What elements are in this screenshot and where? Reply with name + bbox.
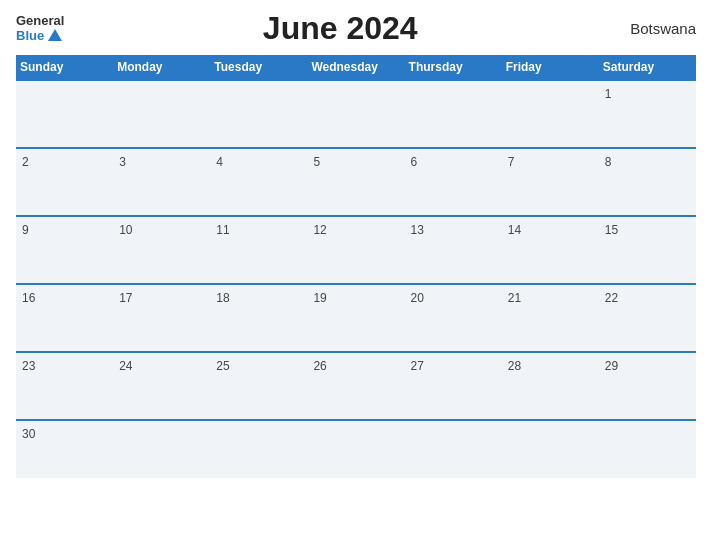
- calendar-cell-w0-d6: 1: [599, 80, 696, 148]
- calendar-cell-w1-d3: 5: [307, 148, 404, 216]
- day-number: 4: [216, 155, 301, 169]
- logo-blue-word: Blue: [16, 29, 44, 43]
- calendar-cell-w0-d3: [307, 80, 404, 148]
- country-label: Botswana: [616, 20, 696, 37]
- week-row-3: 16171819202122: [16, 284, 696, 352]
- calendar-cell-w0-d2: [210, 80, 307, 148]
- calendar-cell-w0-d0: [16, 80, 113, 148]
- calendar-cell-w2-d2: 11: [210, 216, 307, 284]
- weekday-header-monday: Monday: [113, 55, 210, 80]
- logo-blue-text: Blue: [16, 29, 62, 43]
- calendar-cell-w5-d4: [405, 420, 502, 478]
- weekday-header-thursday: Thursday: [405, 55, 502, 80]
- calendar-header: SundayMondayTuesdayWednesdayThursdayFrid…: [16, 55, 696, 80]
- day-number: 20: [411, 291, 496, 305]
- day-number: 11: [216, 223, 301, 237]
- calendar-cell-w4-d0: 23: [16, 352, 113, 420]
- day-number: 17: [119, 291, 204, 305]
- calendar-cell-w1-d5: 7: [502, 148, 599, 216]
- calendar-cell-w2-d4: 13: [405, 216, 502, 284]
- calendar-cell-w4-d4: 27: [405, 352, 502, 420]
- weekday-header-sunday: Sunday: [16, 55, 113, 80]
- day-number: 14: [508, 223, 593, 237]
- calendar-cell-w5-d0: 30: [16, 420, 113, 478]
- day-number: 7: [508, 155, 593, 169]
- week-row-4: 23242526272829: [16, 352, 696, 420]
- calendar-cell-w1-d4: 6: [405, 148, 502, 216]
- logo-general-text: General: [16, 14, 64, 28]
- day-number: 22: [605, 291, 690, 305]
- calendar-cell-w4-d1: 24: [113, 352, 210, 420]
- day-number: 21: [508, 291, 593, 305]
- week-row-0: 1: [16, 80, 696, 148]
- calendar-cell-w3-d4: 20: [405, 284, 502, 352]
- calendar-cell-w2-d0: 9: [16, 216, 113, 284]
- calendar-cell-w3-d5: 21: [502, 284, 599, 352]
- logo: General Blue: [16, 14, 64, 43]
- weekday-header-row: SundayMondayTuesdayWednesdayThursdayFrid…: [16, 55, 696, 80]
- day-number: 27: [411, 359, 496, 373]
- day-number: 23: [22, 359, 107, 373]
- calendar-body: 1234567891011121314151617181920212223242…: [16, 80, 696, 478]
- calendar-cell-w1-d2: 4: [210, 148, 307, 216]
- header: General Blue June 2024 Botswana: [16, 10, 696, 47]
- calendar-cell-w5-d3: [307, 420, 404, 478]
- calendar-cell-w3-d1: 17: [113, 284, 210, 352]
- calendar-cell-w5-d6: [599, 420, 696, 478]
- day-number: 19: [313, 291, 398, 305]
- calendar-cell-w5-d1: [113, 420, 210, 478]
- calendar-cell-w4-d6: 29: [599, 352, 696, 420]
- day-number: 9: [22, 223, 107, 237]
- day-number: 1: [605, 87, 690, 101]
- day-number: 8: [605, 155, 690, 169]
- calendar-cell-w0-d4: [405, 80, 502, 148]
- calendar-cell-w1-d1: 3: [113, 148, 210, 216]
- calendar-cell-w2-d6: 15: [599, 216, 696, 284]
- day-number: 13: [411, 223, 496, 237]
- day-number: 29: [605, 359, 690, 373]
- day-number: 26: [313, 359, 398, 373]
- week-row-5: 30: [16, 420, 696, 478]
- day-number: 28: [508, 359, 593, 373]
- calendar-cell-w3-d6: 22: [599, 284, 696, 352]
- calendar-cell-w2-d5: 14: [502, 216, 599, 284]
- day-number: 3: [119, 155, 204, 169]
- logo-triangle-icon: [48, 29, 62, 41]
- day-number: 2: [22, 155, 107, 169]
- calendar-cell-w0-d1: [113, 80, 210, 148]
- weekday-header-saturday: Saturday: [599, 55, 696, 80]
- calendar-cell-w1-d0: 2: [16, 148, 113, 216]
- weekday-header-friday: Friday: [502, 55, 599, 80]
- day-number: 18: [216, 291, 301, 305]
- day-number: 24: [119, 359, 204, 373]
- calendar-cell-w5-d5: [502, 420, 599, 478]
- day-number: 12: [313, 223, 398, 237]
- day-number: 5: [313, 155, 398, 169]
- calendar-cell-w2-d3: 12: [307, 216, 404, 284]
- weekday-header-wednesday: Wednesday: [307, 55, 404, 80]
- day-number: 30: [22, 427, 107, 441]
- calendar-title: June 2024: [64, 10, 616, 47]
- calendar-cell-w2-d1: 10: [113, 216, 210, 284]
- day-number: 16: [22, 291, 107, 305]
- calendar-cell-w3-d3: 19: [307, 284, 404, 352]
- day-number: 25: [216, 359, 301, 373]
- week-row-1: 2345678: [16, 148, 696, 216]
- weekday-header-tuesday: Tuesday: [210, 55, 307, 80]
- day-number: 15: [605, 223, 690, 237]
- week-row-2: 9101112131415: [16, 216, 696, 284]
- calendar-cell-w4-d5: 28: [502, 352, 599, 420]
- calendar-cell-w0-d5: [502, 80, 599, 148]
- calendar-cell-w3-d0: 16: [16, 284, 113, 352]
- day-number: 10: [119, 223, 204, 237]
- day-number: 6: [411, 155, 496, 169]
- calendar-cell-w1-d6: 8: [599, 148, 696, 216]
- calendar-container: General Blue June 2024 Botswana SundayMo…: [0, 0, 712, 550]
- calendar-cell-w4-d3: 26: [307, 352, 404, 420]
- calendar-cell-w4-d2: 25: [210, 352, 307, 420]
- calendar-grid: SundayMondayTuesdayWednesdayThursdayFrid…: [16, 55, 696, 478]
- calendar-cell-w5-d2: [210, 420, 307, 478]
- calendar-cell-w3-d2: 18: [210, 284, 307, 352]
